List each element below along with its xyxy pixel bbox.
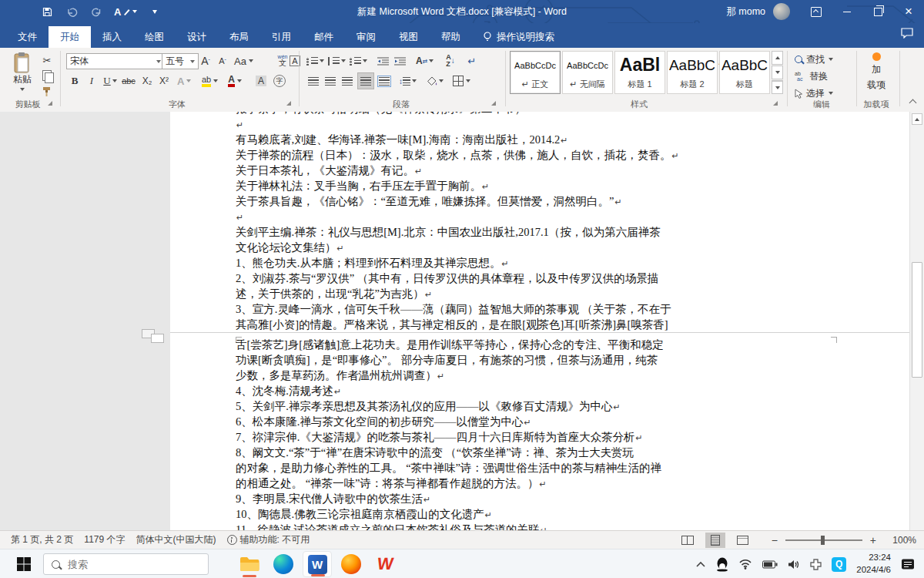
doc-line[interactable]: ↵ [236, 116, 243, 132]
tab-review[interactable]: 审阅 [345, 26, 387, 48]
zoom-in-button[interactable]: + [870, 534, 876, 546]
comments-icon[interactable] [901, 28, 913, 39]
copy-button[interactable] [40, 68, 54, 83]
italic-button[interactable]: I [85, 73, 99, 89]
doc-line[interactable]: 关剑平主编.禅茶：礼仪与思想[M].北京：中国农业出版社,2017.1（按，似为… [236, 224, 661, 240]
doc-line[interactable]: 其高雅[小资]的情趣。严格来说，其与禅定相反的，是在眼[观茶色]耳[听茶沸]鼻[… [236, 317, 668, 332]
change-case-button[interactable]: Aa [234, 53, 253, 69]
show-hide-marks-button[interactable]: ↵ [465, 53, 479, 69]
justify-button[interactable] [357, 72, 374, 89]
qq-icon[interactable] [716, 557, 728, 572]
distributed-button[interactable] [377, 73, 391, 89]
align-center-button[interactable] [323, 73, 337, 89]
doc-line[interactable]: 9、李明晨.宋代僧人诗歌中的饮茶生活↵ [236, 491, 430, 506]
taskbar-word[interactable]: W [303, 551, 332, 577]
doc-line[interactable]: 关于禅林礼法：叉手当胸，右手压左手置于胸前。↵ [236, 178, 489, 193]
avatar[interactable] [773, 3, 790, 20]
paragraph-dialog-launcher[interactable] [491, 101, 496, 106]
pen-style-tool-button[interactable]: A [114, 2, 137, 21]
zoom-percent[interactable]: 100% [887, 535, 916, 546]
doc-line[interactable]: 5、关剑平.禅宗孝亲思想及其茶汤礼仪的应用——以《敕修百丈清规》为中心↵ [236, 398, 621, 414]
print-layout-button[interactable] [705, 533, 725, 548]
page-number-status[interactable]: 第 1 页, 共 2 页 [11, 533, 73, 546]
superscript-button[interactable]: X² [157, 73, 171, 89]
vertical-scrollbar[interactable] [909, 112, 924, 530]
speaker-icon[interactable] [788, 560, 800, 570]
paste-button[interactable]: 粘贴 [6, 52, 38, 99]
doc-line[interactable]: 2、刘淑芬.茶与“罗汉供” （其中有，日传罗汉供的具体章程，以及中传罗汉供的场景… [236, 271, 658, 286]
font-dialog-launcher[interactable] [286, 101, 291, 106]
strikethrough-button[interactable]: abc [122, 73, 136, 89]
character-shading-button[interactable]: A [254, 73, 268, 89]
account-name[interactable]: 那 momo [726, 5, 765, 18]
style-heading1[interactable]: AaBl 标题 1 [614, 51, 665, 94]
doc-line[interactable]: 7、祢津宗伸.《大鉴清规》的吃茶与茶礼——四月十六日库斯特为首座大众茶分析↵ [236, 429, 643, 445]
tab-insert[interactable]: 插入 [91, 26, 133, 48]
clipboard-dialog-launcher[interactable] [48, 101, 52, 106]
numbering-button[interactable] [328, 53, 346, 69]
zoom-slider[interactable] [785, 539, 862, 541]
doc-line[interactable]: 文化论坛论文集结）↵ [236, 240, 344, 255]
tab-draw[interactable]: 绘图 [133, 26, 176, 48]
multilevel-list-button[interactable] [350, 53, 367, 69]
tell-me-search[interactable]: 操作说明搜索 [483, 26, 554, 48]
bold-button[interactable]: B [68, 73, 82, 89]
grow-font-button[interactable]: Aˆ [199, 53, 213, 69]
doc-line[interactable]: ↵ [236, 209, 243, 224]
line-spacing-button[interactable]: ↕ [399, 73, 417, 89]
ime-mode-icon[interactable] [810, 559, 822, 570]
align-left-button[interactable] [306, 73, 320, 89]
save-button[interactable] [40, 2, 54, 21]
wifi-icon[interactable] [738, 559, 752, 570]
style-normal[interactable]: AaBbCcDc ↵ 正文 [510, 51, 561, 94]
collapse-ribbon-button[interactable] [909, 99, 918, 106]
highlight-color-button[interactable]: ab [202, 73, 218, 89]
restore-button[interactable] [862, 0, 893, 23]
taskbar-wps[interactable]: W [370, 551, 400, 577]
doc-line[interactable]: 8、阚文文.“茶”于“禅”在唐宋诗歌中的流变 （“饮茶坐禅”诗：禅、茶为士大夫赏… [236, 445, 634, 460]
tab-help[interactable]: 帮助 [430, 26, 472, 48]
input-method-q-icon[interactable]: Q [832, 557, 846, 572]
taskbar-search[interactable] [43, 553, 209, 575]
ribbon-display-options-button[interactable] [801, 0, 832, 23]
styles-dialog-launcher[interactable] [773, 101, 778, 106]
bullets-button[interactable] [306, 53, 324, 69]
minimize-button[interactable] [832, 0, 862, 23]
taskbar-firefox[interactable] [336, 551, 366, 577]
styles-scroll-up[interactable] [772, 51, 783, 65]
shrink-font-button[interactable]: Aˇ [216, 53, 229, 69]
doc-line[interactable]: 少数，多是草药汤。作者温州杭州调查）↵ [236, 368, 444, 383]
sort-button[interactable]: AZ↓ [444, 53, 457, 69]
doc-line[interactable]: 有马赖底著,刘建、华海译.禅茶一味[M].海南：海南出版社，2014.2↵ [236, 132, 568, 147]
borders-button[interactable] [453, 73, 470, 89]
customize-quick-access-button[interactable] [148, 2, 162, 21]
style-heading2[interactable]: AaBbC 标题 2 [667, 51, 718, 94]
decrease-indent-button[interactable] [376, 53, 390, 69]
doc-line[interactable]: 6、松本康隆.禅与茶文化空间的初步研究——以僧堂为中心↵ [236, 414, 531, 429]
find-button[interactable]: 查找 [795, 52, 833, 66]
accessibility-status[interactable]: 辅助功能: 不可用 [227, 533, 310, 546]
read-mode-button[interactable] [678, 533, 698, 548]
font-size-combo[interactable]: 五号 [162, 53, 199, 69]
align-right-button[interactable] [340, 73, 354, 89]
tab-mailings[interactable]: 邮件 [303, 26, 345, 48]
cut-button[interactable]: ✂ [40, 52, 54, 68]
doc-line[interactable]: 舌[尝茶艺]身[感诸触]意上花功夫。是用作训练平等持心，保持心念的专注、平衡和稳… [236, 337, 664, 352]
taskbar-clock[interactable]: 23:24 2024/4/6 [856, 552, 891, 576]
subscript-button[interactable]: X₂ [140, 73, 154, 89]
doc-line[interactable]: 3、宣方.灵峰一滴水，信可矢千秋——蕅（藕同）益智旭大师的茶事观 （关于茶，不在… [236, 301, 671, 317]
tab-home[interactable]: 开始 [49, 26, 91, 48]
tab-view[interactable]: 视图 [387, 26, 430, 48]
undo-button[interactable] [65, 2, 79, 21]
redo-button[interactable] [89, 2, 103, 21]
action-center-icon[interactable] [901, 558, 915, 570]
font-name-combo[interactable]: 宋体 [66, 53, 165, 69]
add-ins-button[interactable]: 加 载项 [858, 52, 895, 92]
increase-indent-button[interactable] [393, 53, 407, 69]
tab-design[interactable]: 设计 [176, 26, 218, 48]
doc-line[interactable]: 的相通之处。 “禅茶一味”诗：将茶与禅都看作超脱的方法。）↵ [236, 476, 547, 491]
character-border-button[interactable]: A [288, 53, 302, 69]
doc-line[interactable]: 的对象，是助力修心养性的工具。 “茶中禅味”诗：强调世俗生活中的茶与精神生活的禅 [236, 460, 661, 476]
style-no-spacing[interactable]: AaBbCcDc ↵ 无间隔 [562, 51, 613, 94]
zoom-out-button[interactable]: − [772, 534, 778, 546]
